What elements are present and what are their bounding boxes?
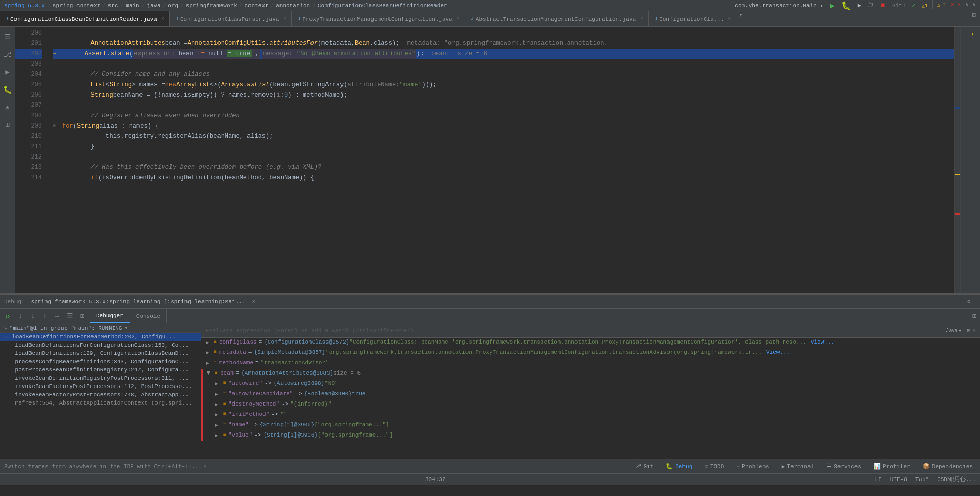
project-icon[interactable]: ☰: [2, 31, 13, 42]
debug-tab-debugger[interactable]: Debugger: [90, 309, 130, 323]
commit-icon[interactable]: ⎇: [2, 49, 13, 60]
var-configclass[interactable]: ▶ ≡ configClass = {ConfigurationClass@25…: [201, 338, 980, 348]
tab-close-4[interactable]: ×: [640, 16, 643, 22]
nav-item-src[interactable]: src: [108, 3, 118, 9]
structure-icon[interactable]: ⊞: [2, 119, 13, 130]
nav-item-org[interactable]: org: [168, 3, 178, 9]
bookmark-icon[interactable]: ★: [2, 101, 13, 113]
tab-abstracttxmgmtconfig[interactable]: J AbstractTransactionManagementConfigura…: [465, 11, 649, 26]
expand-eval-icon[interactable]: ⊞: [967, 327, 971, 334]
var-bean-autowirecandidate[interactable]: ▶ ≡ "autowireCandidate" -> {Boolean@3900…: [201, 390, 980, 400]
stop-button[interactable]: ⏹: [880, 2, 886, 9]
nav-item-annotation[interactable]: annotation: [276, 3, 310, 9]
frames-button[interactable]: ☰: [64, 311, 75, 322]
git-status[interactable]: ✓: [912, 2, 915, 9]
debug-tab-console[interactable]: Console: [130, 309, 167, 323]
nav-item-file[interactable]: ConfigurationClassBeanDefinitionReader: [318, 3, 447, 9]
services-tool[interactable]: ☰ Services: [823, 462, 864, 471]
nav-item-module[interactable]: spring-context: [53, 3, 100, 9]
var-bean-autowire[interactable]: ▶ ≡ "autowire" -> {Autowire@3898} "NO": [201, 379, 980, 390]
view-link-metadata[interactable]: View...: [766, 349, 790, 355]
step-over-button[interactable]: ↓: [14, 311, 26, 322]
frame-item-4[interactable]: postProcessBeanDefinitionRegistry:247, C…: [0, 366, 201, 374]
warn-indicator[interactable]: △1: [922, 3, 928, 9]
split-editor-button[interactable]: ⊞: [968, 11, 980, 26]
thread-filter-icon[interactable]: ▽: [4, 324, 8, 331]
expand-arrow-bean[interactable]: ▼: [207, 370, 213, 376]
var-bean[interactable]: ▼ ≡ bean = {AnnotationAttributes@3883} s…: [201, 369, 980, 379]
tab-close-2[interactable]: ×: [283, 16, 286, 22]
expand-arrow-destroymethod[interactable]: ▶: [215, 401, 221, 408]
debug-tool[interactable]: 🐛 Debug: [663, 462, 695, 471]
close-eval-icon[interactable]: ×: [972, 328, 976, 334]
debug-session-close[interactable]: ×: [252, 299, 255, 305]
frame-item-7[interactable]: invokeBeanFactoryPostProcessors:748, Abs…: [0, 391, 201, 399]
nav-item-spring[interactable]: spring-5.3.x: [4, 3, 45, 9]
var-bean-value[interactable]: ▶ ≡ "value" -> {String[1]@3906} ["org.sp…: [201, 431, 980, 441]
dependencies-tool[interactable]: 📦 Dependencies: [920, 462, 976, 471]
frame-item-6[interactable]: invokeBeanFactoryPostProcessors:112, Pos…: [0, 382, 201, 391]
profile-button[interactable]: ⏱: [867, 2, 874, 9]
resume-button[interactable]: ↺: [2, 311, 13, 322]
expand-arrow-value[interactable]: ▶: [215, 432, 221, 439]
expand-arrow-autowirecandidate[interactable]: ▶: [215, 391, 221, 397]
expand-arrow-methodname[interactable]: ▶: [206, 360, 212, 366]
nav-item-java[interactable]: java: [147, 3, 160, 9]
frame-item-2[interactable]: loadBeanDefinitions:129, ConfigurationCl…: [0, 349, 201, 358]
var-bean-destroymethod[interactable]: ▶ ≡ "destroyMethod" -> "(inferred)": [201, 400, 980, 410]
run-icon[interactable]: ▶: [2, 66, 13, 78]
nav-item-context[interactable]: context: [244, 3, 268, 9]
expand-arrow-metadata[interactable]: ▶: [206, 349, 212, 356]
frame-item-3[interactable]: processConfigBeanDefinitions:343, Config…: [0, 358, 201, 366]
debug-settings-icon[interactable]: ⚙: [967, 298, 971, 305]
notifications-icon[interactable]: !: [967, 29, 978, 40]
more-tabs-button[interactable]: ▾: [739, 11, 743, 26]
profiler-tool[interactable]: 📊 Profiler: [870, 462, 913, 471]
tab-configcla[interactable]: J ConfigurationCla... ×: [649, 11, 737, 26]
thread-dropdown[interactable]: ▾: [124, 324, 128, 331]
frame-item-0[interactable]: → loadBeanDefinitionsForBeanMethod:202, …: [0, 333, 201, 341]
step-out-button[interactable]: ↑: [39, 311, 51, 322]
debug-minimize-icon[interactable]: —: [972, 299, 976, 305]
debug-split-button[interactable]: ⊞: [969, 311, 980, 322]
status-lf[interactable]: LF: [875, 476, 882, 483]
var-bean-initmethod[interactable]: ▶ ≡ "initMethod" -> "": [201, 410, 980, 421]
debug-side-icon[interactable]: 🐛: [2, 84, 13, 95]
fold-icon-209[interactable]: ⊖: [53, 121, 56, 131]
tab-close-3[interactable]: ×: [457, 16, 460, 22]
tab-configclassbeandefnreader[interactable]: J ConfigurationClassBeanDefinitionReader…: [0, 11, 170, 26]
view-link-configclass[interactable]: View...: [811, 339, 834, 345]
todo-tool[interactable]: ☑ TODO: [702, 462, 727, 471]
tab-close-5[interactable]: ×: [728, 16, 732, 22]
var-methodname[interactable]: ▶ ≡ methodName = "transactionAdvisor": [201, 359, 980, 369]
var-bean-name[interactable]: ▶ ≡ "name" -> {String[1]@3906} ["org.spr…: [201, 421, 980, 431]
nav-item-main[interactable]: main: [126, 3, 139, 9]
tab-close-button[interactable]: ×: [161, 16, 164, 22]
git-tool[interactable]: ⎇ Git: [631, 462, 657, 471]
var-metadata[interactable]: ▶ ≡ metadata = {SimpleMetadata@3857} "or…: [201, 348, 980, 359]
layout-button[interactable]: ⊞: [76, 311, 88, 322]
problems-tool[interactable]: ⚠ Problems: [733, 462, 772, 471]
expand-arrow-autowire[interactable]: ▶: [215, 380, 221, 387]
run-to-cursor-button[interactable]: →: [52, 311, 63, 322]
debug-run-button[interactable]: 🐛: [841, 1, 851, 11]
java-lang-dropdown[interactable]: Java ▾: [943, 327, 965, 334]
step-into-button[interactable]: ↓: [27, 311, 38, 322]
tab-configclassparser[interactable]: J ConfigurationClassParser.java ×: [170, 11, 292, 26]
run-config-dropdown[interactable]: com.ybe.transaction.Main ▾: [735, 2, 823, 9]
nav-item-springframework[interactable]: springframework: [186, 3, 237, 9]
status-charset[interactable]: UTF-8: [890, 476, 907, 483]
run-button[interactable]: ▶: [830, 1, 835, 11]
code-scrollbar[interactable]: [954, 27, 960, 293]
expand-arrow-initmethod[interactable]: ▶: [215, 411, 221, 418]
frame-item-5[interactable]: invokeBeanDefinitionRegistryPostProcesso…: [0, 374, 201, 382]
switch-frames-close[interactable]: ×: [203, 463, 207, 470]
expand-arrow-name[interactable]: ▶: [215, 422, 221, 428]
expand-arrow-configclass[interactable]: ▶: [206, 339, 212, 346]
terminal-tool[interactable]: ▶ Terminal: [779, 462, 817, 471]
tab-proxytxmgmtconfig[interactable]: J ProxyTransactionManagementConfiguratio…: [292, 11, 465, 26]
status-indent[interactable]: Tab*: [915, 476, 929, 483]
frame-item-8[interactable]: refresh:564, AbstractApplicationContext …: [0, 399, 201, 407]
coverage-button[interactable]: ▶: [858, 2, 861, 9]
frame-item-1[interactable]: loadBeanDefinitionsForConfigurationClass…: [0, 341, 201, 349]
